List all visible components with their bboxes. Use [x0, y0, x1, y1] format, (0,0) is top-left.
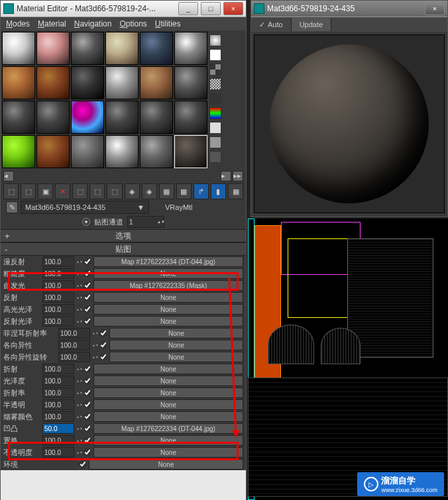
menu-material[interactable]: Material	[38, 19, 66, 28]
mat-slot-6[interactable]	[174, 32, 207, 65]
mat-slot-13[interactable]	[2, 101, 35, 134]
map-enable-checkbox[interactable]	[84, 258, 91, 266]
mat-slot-10[interactable]	[105, 66, 139, 99]
map-slot-button[interactable]: None	[109, 328, 243, 338]
map-enable-checkbox[interactable]	[84, 436, 91, 444]
map-amount-spinner[interactable]: 100.0	[42, 280, 74, 291]
map-slot-button[interactable]: Map #1276222334 (DT-044.jpg)	[93, 256, 243, 267]
spinner-arrows-icon[interactable]: ▲▼	[76, 427, 82, 430]
map-amount-spinner[interactable]: 100.0	[42, 268, 74, 279]
map-slot-button[interactable]: None	[93, 268, 243, 279]
map-amount-spinner[interactable]: 100.0	[58, 352, 90, 362]
map-slot-button[interactable]: None	[93, 364, 243, 374]
scroll-end-icon[interactable]: ▸▸	[233, 171, 243, 181]
map-slot-button[interactable]: None	[89, 459, 243, 470]
put-to-scene-button[interactable]: ⬚	[107, 183, 122, 199]
spinner-arrows-icon[interactable]: ▲▼	[76, 439, 82, 442]
make-unique-button[interactable]: ⬚	[89, 183, 105, 199]
uv-tile-icon[interactable]	[209, 93, 221, 105]
map-enable-checkbox[interactable]	[84, 413, 91, 421]
map-amount-spinner[interactable]: 100.0	[42, 399, 74, 410]
map-enable-checkbox[interactable]	[99, 341, 107, 349]
select-icon[interactable]	[209, 151, 221, 163]
map-enable-checkbox[interactable]	[84, 281, 91, 289]
mat-slot-3[interactable]	[71, 32, 104, 65]
scroll-left-icon[interactable]: ◂	[3, 171, 14, 181]
preview-icon[interactable]	[209, 122, 221, 134]
mat-slot-4[interactable]	[105, 32, 139, 65]
map-slot-button[interactable]: None	[109, 352, 243, 362]
go-parent-button[interactable]: ◈	[125, 183, 140, 199]
map-amount-spinner[interactable]: 100.0	[42, 447, 74, 458]
spinner-arrows-icon[interactable]: ▲▼	[92, 356, 97, 359]
map-slot-button[interactable]: None	[93, 292, 243, 303]
spinner-arrows-icon[interactable]: ▲▼	[76, 296, 82, 299]
get-material-button[interactable]: ⬚	[3, 183, 19, 199]
menu-modes[interactable]: Modes	[6, 19, 30, 28]
map-enable-checkbox[interactable]	[84, 425, 91, 432]
map-enable-checkbox[interactable]	[84, 448, 91, 456]
map-enable-checkbox[interactable]	[84, 401, 91, 409]
map-enable-checkbox[interactable]	[84, 389, 91, 397]
mat-slot-22[interactable]	[105, 135, 139, 168]
map-amount-spinner[interactable]: 100.0	[42, 304, 74, 315]
map-enable-checkbox[interactable]	[84, 317, 91, 325]
map-amount-spinner[interactable]: 100.0	[42, 292, 74, 303]
mat-slot-5[interactable]	[140, 32, 173, 65]
map-enable-checkbox[interactable]	[84, 305, 91, 313]
map-amount-spinner[interactable]: 100.0	[58, 328, 90, 338]
spinner-arrows[interactable]: ▲▼	[157, 221, 162, 224]
spinner-arrows-icon[interactable]: ▲▼	[76, 415, 82, 419]
mat-slot-12[interactable]	[174, 66, 207, 99]
mat-slot-21[interactable]	[71, 135, 104, 168]
menu-utilities[interactable]: Utilities	[155, 19, 181, 28]
map-slot-button[interactable]: None	[93, 447, 243, 458]
map-amount-spinner[interactable]: 100.0	[42, 375, 74, 386]
map-slot-button[interactable]: None	[93, 316, 243, 326]
spinner-arrows-icon[interactable]: ▲▼	[76, 320, 82, 323]
map-enable-checkbox[interactable]	[84, 270, 91, 277]
map-amount-spinner[interactable]: 100.0	[42, 411, 74, 422]
material-type-label[interactable]: VRayMtl	[165, 203, 193, 211]
mat-slot-24-selected[interactable]	[174, 135, 207, 168]
maximize-button[interactable]: □	[201, 2, 221, 15]
sample-type-icon[interactable]	[209, 34, 221, 46]
delete-button[interactable]: ✕	[55, 183, 70, 199]
close-button[interactable]: ×	[223, 2, 243, 15]
spinner-arrows-icon[interactable]: ▲▼	[76, 272, 82, 275]
preview-close-button[interactable]: ×	[425, 2, 445, 15]
map-slot-button[interactable]: Map #1276222335 (Mask)	[93, 280, 243, 291]
mat-slot-18[interactable]	[174, 101, 207, 134]
map-enable-checkbox[interactable]	[84, 377, 91, 385]
mat-slot-19[interactable]	[2, 135, 35, 168]
map-enable-checkbox[interactable]	[84, 365, 91, 373]
spinner-arrows-icon[interactable]: ▲▼	[76, 379, 82, 383]
video-color-icon[interactable]	[209, 107, 221, 119]
background-icon[interactable]	[209, 64, 221, 75]
minimize-button[interactable]: _	[178, 2, 198, 15]
pattern-icon[interactable]	[209, 78, 221, 90]
channel-spinner[interactable]: 1 ▲▼	[127, 216, 164, 228]
map-enable-checkbox[interactable]	[79, 460, 87, 468]
spinner-arrows-icon[interactable]: ▲▼	[76, 284, 82, 287]
map-slot-button[interactable]: None	[93, 387, 243, 398]
map-amount-spinner[interactable]: 100.0	[42, 387, 74, 398]
mat-slot-1[interactable]	[2, 32, 35, 65]
assign-button[interactable]: ▣	[38, 183, 53, 199]
map-slot-button[interactable]: Map #1276222334 (DT-044.jpg)	[93, 423, 243, 434]
spinner-arrows-icon[interactable]: ▲▼	[76, 403, 82, 407]
show-result-button[interactable]: ▦	[176, 183, 192, 199]
map-amount-spinner[interactable]: 100.0	[42, 256, 74, 267]
show-map-button[interactable]: ▦	[159, 183, 174, 199]
map-slot-button[interactable]: None	[93, 411, 243, 422]
titlebar[interactable]: Material Editor - Mat3d66-579819-24-... …	[1, 1, 246, 17]
map-slot-button[interactable]: None	[93, 435, 243, 446]
go-sibling-button[interactable]: ◈	[142, 183, 157, 199]
options-icon[interactable]	[209, 136, 221, 148]
preview-titlebar[interactable]: Mat3d66-579819-24-435 ×	[251, 1, 447, 17]
3d-viewport[interactable]	[248, 219, 448, 500]
backlight-icon[interactable]	[209, 49, 221, 61]
mat-slot-20[interactable]	[36, 135, 70, 168]
mat-slot-23[interactable]	[140, 135, 173, 168]
map-amount-spinner[interactable]: 100.0	[58, 340, 90, 350]
